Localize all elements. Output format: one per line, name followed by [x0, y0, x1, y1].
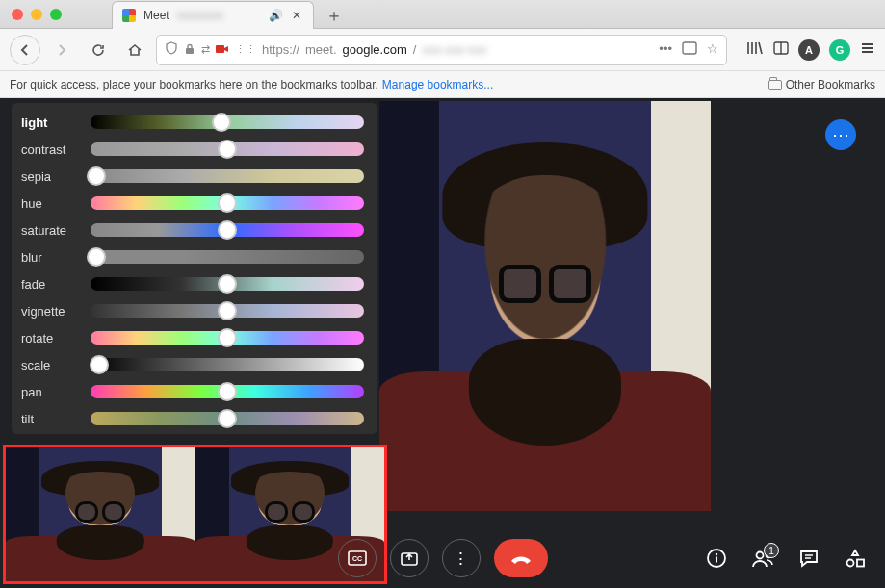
filter-label: contrast — [21, 142, 81, 157]
filter-slider-contrast[interactable] — [91, 142, 364, 156]
back-button[interactable] — [10, 35, 40, 65]
meet-stage: ⋯ lightcontrastsepiahuesaturateblurfadev… — [0, 98, 885, 588]
address-bar[interactable]: ⇄ ⋮⋮ https://meet.google.com/ xxx-xxx-xx… — [156, 35, 727, 65]
filter-label: fade — [21, 277, 81, 292]
bookmark-star-icon[interactable]: ☆ — [707, 41, 718, 58]
app-menu-icon[interactable] — [860, 41, 875, 59]
tab-audio-icon[interactable]: 🔊 — [269, 9, 282, 22]
svg-text:CC: CC — [351, 555, 361, 562]
browser-tab[interactable]: Meet xxxxxxxx 🔊 ✕ — [112, 1, 314, 29]
hangup-button[interactable] — [494, 539, 548, 577]
new-tab-button[interactable]: ＋ — [322, 3, 347, 28]
filter-slider-hue[interactable] — [91, 196, 364, 210]
main-video-tile[interactable] — [379, 101, 711, 511]
bookmarks-hint: For quick access, place your bookmarks h… — [10, 78, 378, 91]
window-titlebar: Meet xxxxxxxx 🔊 ✕ ＋ — [0, 0, 885, 29]
filter-row-contrast: contrast — [21, 136, 364, 163]
maximize-window-button[interactable] — [50, 9, 62, 20]
filter-slider-rotate[interactable] — [91, 331, 364, 345]
filter-slider-light[interactable] — [91, 115, 364, 129]
close-window-button[interactable] — [12, 9, 23, 20]
slider-thumb[interactable] — [218, 193, 237, 213]
filter-label: vignette — [21, 304, 81, 319]
sidebar-icon[interactable] — [773, 41, 789, 59]
folder-icon — [768, 80, 782, 90]
slider-thumb[interactable] — [218, 220, 237, 240]
home-button[interactable] — [119, 35, 150, 65]
slider-thumb[interactable] — [218, 409, 237, 428]
toolbar-right: A G — [733, 39, 875, 61]
filter-row-fade: fade — [21, 270, 364, 297]
forward-button — [46, 35, 77, 65]
call-toolbar: CC ⋮ 1 — [0, 528, 885, 588]
filter-row-blur: blur — [21, 243, 364, 270]
filter-row-pan: pan — [21, 378, 364, 405]
activities-button[interactable] — [843, 549, 868, 568]
tab-title: Meet — [143, 9, 169, 22]
filter-slider-sepia[interactable] — [91, 169, 364, 183]
filter-slider-saturate[interactable] — [91, 223, 364, 237]
camera-indicator-icon[interactable] — [216, 42, 229, 58]
filter-label: tilt — [21, 412, 81, 426]
url-path: / — [413, 42, 417, 57]
page-actions-icon[interactable]: ••• — [659, 41, 672, 58]
filter-slider-tilt[interactable] — [91, 412, 364, 425]
svg-rect-0 — [186, 48, 194, 54]
url-host: google.com — [343, 42, 407, 57]
more-actions-fab[interactable]: ⋯ — [825, 119, 856, 150]
filter-slider-scale[interactable] — [91, 358, 364, 371]
reader-mode-icon[interactable] — [682, 41, 697, 58]
library-icon[interactable] — [746, 40, 764, 60]
bookmarks-bar: For quick access, place your bookmarks h… — [0, 71, 885, 98]
filter-label: pan — [21, 385, 81, 399]
filter-row-sepia: sepia — [21, 163, 364, 190]
svg-rect-14 — [857, 560, 864, 567]
slider-thumb[interactable] — [218, 382, 237, 401]
slider-thumb[interactable] — [212, 113, 231, 132]
site-settings-icon[interactable]: ⋮⋮ — [235, 43, 256, 56]
shield-icon[interactable] — [165, 41, 178, 58]
other-bookmarks-folder[interactable]: Other Bookmarks — [768, 78, 875, 91]
slider-thumb[interactable] — [87, 166, 106, 186]
filter-row-light: light — [21, 109, 364, 136]
filter-slider-pan[interactable] — [91, 385, 364, 398]
url-prefix: https:// — [262, 42, 299, 57]
slider-thumb[interactable] — [218, 140, 237, 159]
filter-label: hue — [21, 196, 81, 211]
minimize-window-button[interactable] — [31, 9, 42, 20]
slider-thumb[interactable] — [90, 355, 109, 374]
filter-row-saturate: saturate — [21, 217, 364, 243]
captions-button[interactable]: CC — [338, 539, 377, 577]
slider-thumb[interactable] — [218, 301, 237, 320]
filter-row-scale: scale — [21, 351, 364, 378]
filter-label: rotate — [21, 331, 81, 345]
filter-label: sepia — [21, 169, 81, 184]
svg-point-13 — [847, 560, 854, 567]
reload-button[interactable] — [83, 35, 114, 65]
meeting-details-button[interactable] — [704, 548, 729, 569]
slider-thumb[interactable] — [218, 328, 237, 347]
grammarly-icon[interactable]: G — [829, 39, 850, 61]
tab-title-obscured: xxxxxxxx — [177, 9, 223, 22]
slider-thumb[interactable] — [87, 247, 106, 267]
account-a-icon[interactable]: A — [798, 39, 820, 61]
permissions-icon[interactable]: ⇄ — [201, 43, 210, 56]
more-options-button[interactable]: ⋮ — [442, 539, 481, 577]
window-controls — [0, 9, 73, 28]
filter-row-hue: hue — [21, 190, 364, 217]
svg-point-11 — [757, 552, 764, 559]
people-button[interactable]: 1 — [750, 549, 775, 568]
present-button[interactable] — [390, 539, 429, 577]
slider-thumb[interactable] — [218, 274, 237, 294]
filter-slider-blur[interactable] — [91, 250, 364, 264]
manage-bookmarks-link[interactable]: Manage bookmarks... — [382, 78, 493, 91]
tab-close-button[interactable]: ✕ — [290, 9, 303, 22]
filter-slider-vignette[interactable] — [91, 304, 364, 318]
filter-label: scale — [21, 358, 81, 372]
filter-row-rotate: rotate — [21, 324, 364, 351]
filter-label: blur — [21, 250, 81, 265]
chat-button[interactable] — [796, 549, 821, 568]
filter-slider-fade[interactable] — [91, 277, 364, 291]
filter-label: saturate — [21, 223, 81, 238]
lock-icon[interactable] — [184, 42, 195, 58]
